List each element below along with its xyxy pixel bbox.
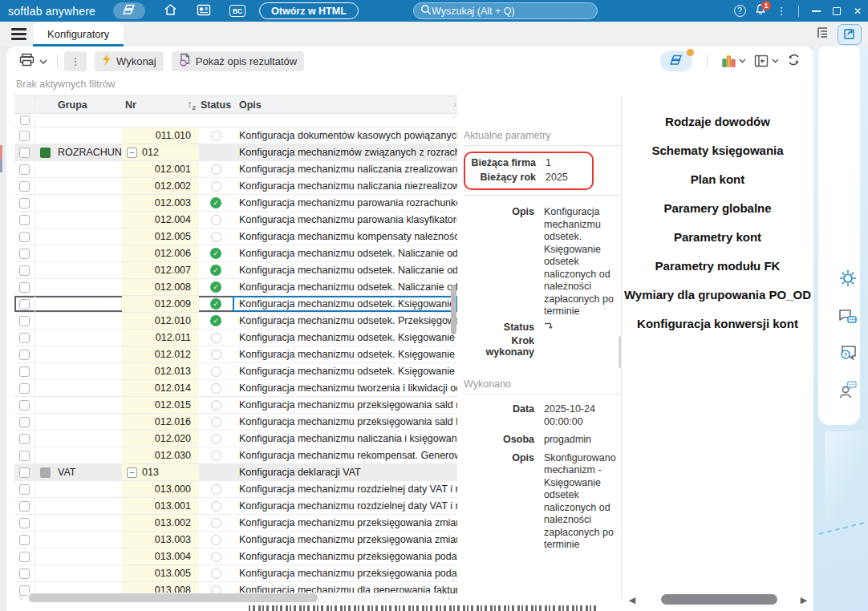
share-button[interactable] xyxy=(838,24,862,45)
row-checkbox[interactable] xyxy=(19,333,30,343)
links-horizontal-scrollbar[interactable]: ◀ ▶ xyxy=(626,593,810,606)
row-checkbox[interactable] xyxy=(19,198,30,208)
scroll-left-icon[interactable]: ‹ xyxy=(16,593,26,602)
tips-button[interactable] xyxy=(838,269,858,289)
row-checkbox[interactable] xyxy=(19,215,30,225)
tab-konfiguratory[interactable]: Konfiguratory xyxy=(33,22,124,47)
table-row[interactable]: 013.005Konfiguracja mechanizmu przeksięg… xyxy=(14,565,457,582)
row-checkbox[interactable] xyxy=(19,535,30,545)
table-row[interactable]: 013.001Konfiguracja mechanizmu rozdzieln… xyxy=(14,498,457,515)
table-row[interactable]: 012.008✓Konfiguracja mechanizmu odsetek.… xyxy=(14,279,457,296)
expand-column-chevron-icon[interactable]: › xyxy=(453,99,456,109)
print-button[interactable] xyxy=(16,51,51,71)
table-row[interactable]: 012.001Konfiguracja mechanizmu naliczani… xyxy=(14,161,457,178)
window-maximize-button[interactable] xyxy=(826,0,847,22)
row-checkbox[interactable] xyxy=(19,366,30,377)
collapse-toggle-icon[interactable]: − xyxy=(127,467,137,478)
panel-link[interactable]: Konfiguracja konwersji kont xyxy=(622,315,813,333)
row-checkbox[interactable] xyxy=(19,434,30,444)
row-checkbox[interactable] xyxy=(19,383,30,394)
links-scroll-thumb[interactable] xyxy=(661,594,777,605)
row-checkbox[interactable] xyxy=(19,350,30,360)
window-minimize-button[interactable] xyxy=(805,0,826,22)
table-row[interactable]: 011.010Konfiguracja dokumentów kasowych … xyxy=(14,127,457,144)
side-panel-button[interactable] xyxy=(754,55,779,67)
table-row[interactable]: 013.003Konfiguracja mechanizmu przeksięg… xyxy=(14,532,457,548)
panel-link[interactable]: Rodzaje dowodów xyxy=(622,113,813,131)
panel-link[interactable]: Schematy księgowania xyxy=(622,142,813,160)
header-opis[interactable]: Opis xyxy=(233,96,457,113)
row-checkbox[interactable] xyxy=(19,569,30,579)
show-results-button[interactable]: i Pokaż opis rezultatów xyxy=(172,51,304,71)
help-button[interactable]: ? xyxy=(729,0,750,22)
row-checkbox[interactable] xyxy=(19,164,30,175)
panel-link[interactable]: Paramery globalne xyxy=(622,200,813,217)
row-checkbox[interactable] xyxy=(19,131,30,141)
table-row[interactable]: 012.006✓Konfiguracja mechanizmu odsetek.… xyxy=(14,245,457,262)
layers-toggle-button[interactable] xyxy=(660,51,692,71)
table-row[interactable]: 012.005Konfiguracja mechanizmu kompensat… xyxy=(14,229,457,245)
table-row[interactable]: 012.002Konfiguracja mechanizmu naliczani… xyxy=(14,178,457,195)
table-row[interactable]: 012.030Konfiguracja mechanizmu rekompens… xyxy=(14,447,457,464)
execute-button[interactable]: Wykonaj xyxy=(95,51,164,71)
header-grupa[interactable]: Grupa xyxy=(55,96,122,113)
scroll-down-icon[interactable]: ⌄ xyxy=(450,575,457,582)
vertical-scroll-thumb[interactable] xyxy=(451,285,456,334)
row-checkbox[interactable] xyxy=(19,282,30,293)
row-checkbox[interactable] xyxy=(19,299,30,310)
table-row[interactable]: 012.012Konfiguracja mechanizmu odsetek. … xyxy=(14,346,457,363)
global-search[interactable] xyxy=(413,2,598,19)
select-all-checkbox[interactable] xyxy=(20,115,30,125)
table-scroll-thumb[interactable] xyxy=(29,593,318,602)
workspace-toggle-active[interactable] xyxy=(113,2,145,19)
row-checkbox[interactable] xyxy=(19,451,30,461)
feedback-button[interactable] xyxy=(838,307,858,328)
table-row[interactable]: 013.000Konfiguracja mechanizmu rozdzieln… xyxy=(14,481,457,498)
menu-button[interactable] xyxy=(11,28,26,39)
table-row[interactable]: ROZRACHUNKI−012Konfiguracja mechanizmów … xyxy=(14,144,457,161)
row-checkbox[interactable] xyxy=(19,148,30,158)
table-row[interactable]: VAT−013Konfiguracja deklaracji VAT xyxy=(14,464,457,481)
row-checkbox[interactable] xyxy=(19,518,30,528)
table-row[interactable]: 012.016Konfiguracja mechanizmu przeksięg… xyxy=(14,414,457,431)
tree-view-button[interactable] xyxy=(815,26,831,42)
row-checkbox[interactable] xyxy=(19,249,30,259)
table-row[interactable]: 012.003✓Konfiguracja mechanizmu parowani… xyxy=(14,195,457,212)
refresh-button[interactable] xyxy=(787,53,801,69)
panel-link[interactable]: Parametry modułu FK xyxy=(622,257,813,275)
table-row[interactable]: 012.013Konfiguracja mechanizmu odsetek. … xyxy=(14,363,457,380)
chart-view-button[interactable] xyxy=(722,55,746,67)
row-checkbox[interactable] xyxy=(19,552,30,562)
row-checkbox[interactable] xyxy=(19,265,30,276)
more-actions-button[interactable]: ⋮ xyxy=(64,51,87,71)
table-row[interactable]: 012.007✓Konfiguracja mechanizmu odsetek.… xyxy=(14,262,457,279)
overflow-menu-button[interactable]: ⋮ xyxy=(771,0,792,22)
table-row[interactable]: 012.014Konfiguracja mechanizmu tworzenia… xyxy=(14,380,457,397)
table-row[interactable]: 012.015Konfiguracja mechanizmu przeksięg… xyxy=(14,397,457,414)
table-vertical-scrollbar[interactable]: ⌃ ⌄ xyxy=(450,115,457,593)
table-row[interactable]: 012.020Konfiguracja mechanizmu naliczani… xyxy=(14,431,457,447)
table-row[interactable]: 012.009✓Konfiguracja mechanizmu odsetek.… xyxy=(14,296,457,313)
table-row[interactable]: 013.002Konfiguracja mechanizmu przeksięg… xyxy=(14,515,457,532)
row-checkbox[interactable] xyxy=(19,417,30,427)
table-row[interactable]: 012.010✓Konfiguracja mechanizmu odsetek.… xyxy=(14,313,457,330)
panel-link[interactable]: Plan kont xyxy=(622,171,813,188)
header-status[interactable]: Status xyxy=(199,96,233,113)
row-checkbox[interactable] xyxy=(19,484,30,495)
contact-button[interactable] xyxy=(838,380,858,401)
row-checkbox[interactable] xyxy=(19,467,30,478)
header-nr[interactable]: Nr ↑2 xyxy=(122,96,199,113)
notifications-button[interactable]: 1 xyxy=(750,0,771,22)
panel-link[interactable]: Parametry kont xyxy=(622,229,813,246)
bc-module-button[interactable]: BC xyxy=(229,2,246,20)
row-checkbox[interactable] xyxy=(19,316,30,326)
help-chat-button[interactable]: ? xyxy=(838,344,858,365)
collapse-toggle-icon[interactable]: − xyxy=(127,148,137,158)
panel-link[interactable]: Wymiary dla grupowania PO_OD xyxy=(622,286,813,304)
row-checkbox[interactable] xyxy=(19,232,30,242)
table-row[interactable]: 012.004Konfiguracja mechanizmu parowania… xyxy=(14,212,457,229)
search-input[interactable] xyxy=(432,6,576,17)
table-row[interactable]: 013.004Konfiguracja mechanizmu przeksięg… xyxy=(14,548,457,565)
row-checkbox[interactable] xyxy=(19,400,30,411)
open-in-html-button[interactable]: Otwórz w HTML xyxy=(259,2,359,19)
